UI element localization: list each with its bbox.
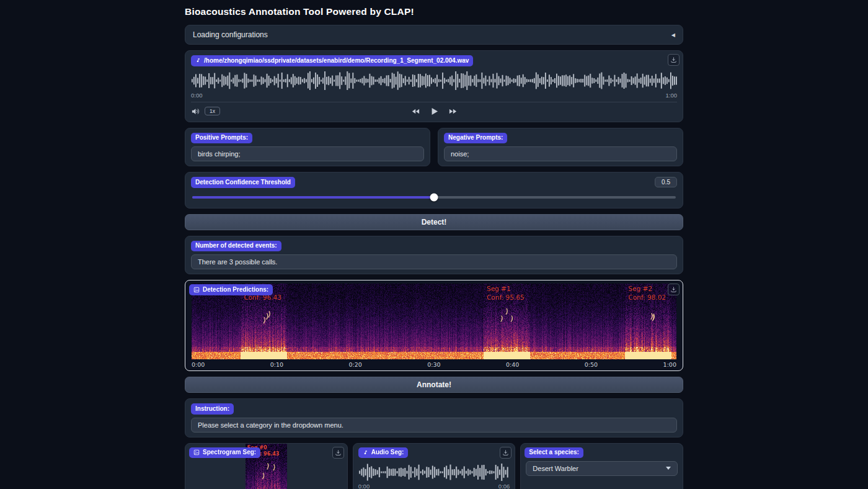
- time-tick: 0:20: [349, 361, 362, 368]
- positive-prompts-panel: Positive Prompts: birds chirping;: [185, 128, 430, 167]
- play-icon[interactable]: [428, 105, 440, 117]
- time-tick: 0:50: [585, 361, 598, 368]
- main-audio-player: /home/zhongqimiao/ssdprivate/datasets/en…: [185, 50, 683, 122]
- download-icon[interactable]: [332, 447, 344, 459]
- detection-predictions-chip: Detection Predictions:: [189, 284, 273, 295]
- spectrogram-seg-chip: Spectrogram Seg:: [189, 447, 260, 459]
- audio-filename: /home/zhongqimiao/ssdprivate/datasets/en…: [204, 57, 469, 65]
- species-selected-value: Desert Warbler: [533, 465, 578, 472]
- detected-events-output[interactable]: There are 3 possible calls.: [191, 254, 677, 269]
- spectrogram-seg-label: Spectrogram Seg:: [203, 449, 256, 457]
- negative-prompts-input[interactable]: noise;: [444, 146, 677, 161]
- detected-events-label: Number of detected events:: [191, 241, 281, 252]
- time-tick: 0:30: [427, 361, 440, 368]
- seg-waveform[interactable]: [358, 464, 510, 481]
- instruction-label: Instruction:: [191, 403, 234, 415]
- audio-seg-label: Audio Seg:: [371, 449, 404, 457]
- instruction-output[interactable]: Please select a category in the dropdown…: [191, 418, 677, 433]
- positive-prompts-input[interactable]: birds chirping;: [191, 146, 424, 161]
- accordion-loading-configurations[interactable]: Loading configurations ◀: [185, 25, 683, 45]
- current-time: 0:00: [358, 483, 370, 489]
- species-dropdown[interactable]: Desert Warbler: [526, 461, 678, 476]
- detected-events-panel: Number of detected events: There are 3 p…: [185, 236, 683, 275]
- segment-name: Seg #2: [629, 285, 666, 294]
- accordion-collapse-icon[interactable]: ◀: [671, 32, 675, 38]
- playback-speed-button[interactable]: 1x: [205, 107, 220, 115]
- threshold-slider-handle[interactable]: [430, 193, 438, 201]
- image-icon: [193, 449, 200, 455]
- segment-annotation-2: Seg #2 Conf: 98.02: [629, 285, 666, 302]
- annotate-button[interactable]: Annotate!: [185, 377, 683, 393]
- audio-filename-chip: /home/zhongqimiao/ssdprivate/datasets/en…: [191, 55, 473, 66]
- audio-controls: 1x: [191, 102, 677, 117]
- time-tick: 0:40: [506, 361, 519, 368]
- accordion-label: Loading configurations: [193, 30, 268, 39]
- duration: 0:06: [498, 483, 510, 489]
- music-note-icon: [363, 450, 368, 455]
- detection-predictions-label: Detection Predictions:: [203, 286, 268, 294]
- time-tick: 1:00: [663, 361, 676, 368]
- segment-row: Spectrogram Seg: Seg #0 Conf: 96.43 Audi…: [185, 443, 683, 489]
- negative-prompts-label: Negative Prompts:: [444, 133, 507, 144]
- segment-confidence: Conf: 95.65: [487, 294, 525, 302]
- download-icon[interactable]: [668, 284, 680, 295]
- audio-seg-chip: Audio Seg:: [358, 447, 409, 459]
- detection-predictions-panel: Detection Predictions: Seg #0 Conf: 96.4…: [185, 280, 683, 371]
- time-row: 0:00 1:00: [191, 92, 677, 99]
- page-title: Bioacoustics Annotation Tool Powered by …: [185, 6, 683, 17]
- segment-name: Seg #1: [487, 285, 525, 294]
- image-icon: [193, 287, 200, 293]
- audio-seg-panel: Audio Seg: 0:00 0:06 1x: [353, 443, 516, 489]
- current-time: 0:00: [191, 92, 203, 99]
- segment-confidence: Conf: 98.02: [629, 294, 666, 302]
- positive-prompts-label: Positive Prompts:: [191, 133, 252, 144]
- chevron-down-icon: [666, 467, 671, 470]
- time-tick: 0:10: [270, 361, 283, 368]
- time-row: 0:00 0:06: [358, 483, 510, 489]
- app-container: Bioacoustics Annotation Tool Powered by …: [185, 0, 683, 489]
- volume-icon[interactable]: [191, 107, 200, 116]
- threshold-value-input[interactable]: 0.5: [655, 177, 677, 187]
- rewind-icon[interactable]: [411, 107, 420, 116]
- species-label: Select a species:: [525, 447, 583, 459]
- time-tick: 0:00: [192, 361, 205, 368]
- forward-icon[interactable]: [448, 107, 458, 116]
- download-icon[interactable]: [500, 447, 512, 459]
- threshold-label: Detection Confidence Threshold: [191, 177, 295, 188]
- threshold-slider[interactable]: [192, 196, 676, 199]
- download-icon[interactable]: [668, 54, 680, 66]
- negative-prompts-panel: Negative Prompts: noise;: [438, 128, 683, 167]
- species-panel: Select a species: Desert Warbler: [520, 443, 683, 489]
- prompts-row: Positive Prompts: birds chirping; Negati…: [185, 128, 683, 173]
- detect-button[interactable]: Detect!: [185, 214, 683, 230]
- spectrogram-seg-panel: Spectrogram Seg: Seg #0 Conf: 96.43: [185, 443, 348, 489]
- segment-annotation-1: Seg #1 Conf: 95.65: [487, 285, 525, 302]
- music-note-icon: [195, 58, 201, 63]
- duration: 1:00: [666, 92, 678, 99]
- time-axis: 0:00 0:10 0:20 0:30 0:40 0:50 1:00: [192, 361, 676, 368]
- main-waveform[interactable]: [191, 71, 677, 90]
- threshold-slider-fill: [192, 196, 434, 199]
- threshold-panel: Detection Confidence Threshold 0.5: [185, 172, 683, 209]
- instruction-panel: Instruction: Please select a category in…: [185, 398, 683, 437]
